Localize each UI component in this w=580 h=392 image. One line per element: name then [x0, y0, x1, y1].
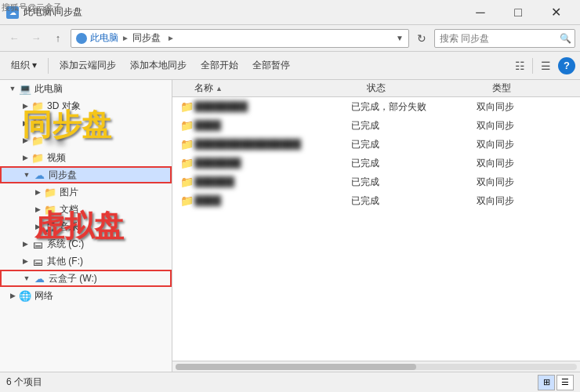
start-all-button[interactable]: 全部开始 [194, 56, 245, 76]
tree-icon-sync-drive: ☁ [33, 169, 45, 181]
status-text: 6 个项目 [6, 376, 531, 389]
add-cloud-sync-button[interactable]: 添加云端同步 [53, 56, 122, 76]
file-icon: 📁 [179, 138, 194, 151]
tree-label-documents: 文档 [60, 203, 78, 216]
tree-toggle-videos[interactable]: ▶ [19, 151, 31, 164]
tree-toggle-system-c[interactable]: ▶ [19, 238, 31, 250]
toolbar-group-organize: 组织 ▾ [5, 56, 43, 76]
tree-label-drive-d-blurred2: D 盘 [47, 134, 66, 147]
sidebar-item-drive-d-blurred2[interactable]: ▶📁D 盘 [0, 132, 172, 149]
sidebar-item-music[interactable]: ▶🎵音乐 [0, 218, 172, 235]
tree-toggle-3d-objects[interactable]: ▶ [19, 100, 31, 112]
file-status: 已完成 [351, 176, 477, 189]
file-name: ████████████████ [194, 139, 351, 150]
breadcrumb-syncdir[interactable]: 同步盘 [132, 31, 161, 45]
help-button[interactable]: ? [558, 57, 575, 74]
tree-toggle-network[interactable]: ▶ [6, 289, 19, 302]
tree-toggle-other-f[interactable]: ▶ [19, 255, 31, 267]
back-button[interactable]: ← [5, 29, 24, 48]
table-row[interactable]: 📁███████已完成双向同步 [172, 154, 580, 172]
pause-all-button[interactable]: 全部暂停 [246, 56, 296, 76]
tree-icon-drive-d-blurred2: 📁 [31, 134, 44, 147]
up-button[interactable]: ↑ [49, 29, 67, 48]
table-row[interactable]: 📁████已完成双向同步 [172, 191, 580, 210]
column-header-status[interactable]: 状态 [367, 82, 492, 95]
refresh-button[interactable]: ↻ [412, 29, 431, 48]
organize-button[interactable]: 组织 ▾ [5, 56, 43, 76]
file-type: 双向同步 [477, 138, 574, 151]
view-toggle-button[interactable]: ☷ [510, 56, 529, 75]
tree-label-cloud-box-w: 云盒子 (W:) [49, 272, 97, 285]
breadcrumb-thispc[interactable]: 此电脑 [90, 31, 118, 45]
minimize-button[interactable]: ─ [462, 0, 498, 25]
main-area: ▼💻此电脑▶📁3D 对象▶📁C 盘▶📁D 盘▶📁视频▼☁同步盘▶📁图片▶📁文档▶… [0, 80, 580, 372]
tree-icon-network: 🌐 [19, 289, 31, 302]
tree-label-system-c: 系统 (C:) [47, 238, 84, 251]
breadcrumb-bar[interactable]: 此电脑 ► 同步盘 ► ▼ [71, 29, 409, 48]
tree-toggle-cloud-box-w[interactable]: ▼ [20, 272, 33, 285]
tree-toggle-documents[interactable]: ▶ [31, 203, 44, 216]
tree-icon-3d-objects: 📁 [31, 100, 44, 112]
list-view-button[interactable]: ☰ [556, 375, 574, 390]
table-row[interactable]: 📁██████已完成双向同步 [172, 172, 580, 191]
scrollbar-track [176, 364, 577, 370]
breadcrumb-dropdown[interactable]: ▼ [396, 34, 404, 42]
table-row[interactable]: 📁████已完成双向同步 [172, 116, 580, 135]
sidebar-item-this-pc[interactable]: ▼💻此电脑 [0, 80, 172, 97]
file-status: 已完成 [351, 157, 477, 170]
app-icon: ☁ [6, 6, 19, 19]
breadcrumb-chevron1: ► [121, 34, 129, 42]
sidebar-item-pictures[interactable]: ▶📁图片 [0, 183, 172, 201]
column-header-name[interactable]: 名称 ▲ [194, 82, 367, 95]
sidebar-item-cloud-box-w[interactable]: ▼☁云盒子 (W:) [0, 270, 172, 287]
tree-icon-pictures: 📁 [44, 186, 56, 198]
file-type: 双向同步 [477, 100, 574, 114]
maximize-button[interactable]: □ [500, 0, 536, 25]
table-row[interactable]: 📁████████████████已完成双向同步 [172, 135, 580, 154]
tree-toggle-sync-drive[interactable]: ▼ [20, 169, 33, 181]
tree-icon-videos: 📁 [31, 151, 44, 164]
tree-toggle-music[interactable]: ▶ [31, 220, 44, 233]
title-bar: ☁ 此电脑\同步盘 ─ □ ✕ [0, 0, 580, 25]
tree-toggle-pictures[interactable]: ▶ [31, 186, 44, 198]
toolbar-separator-1 [48, 58, 49, 74]
status-bar: 6 个项目 ⊞ ☰ [0, 372, 580, 392]
forward-button[interactable]: → [27, 29, 45, 48]
breadcrumb-chevron2: ► [167, 34, 175, 42]
file-name: ████████ [194, 101, 351, 112]
file-status: 已完成 [351, 194, 477, 208]
window-controls: ─ □ ✕ [462, 0, 574, 25]
sidebar-item-videos[interactable]: ▶📁视频 [0, 149, 172, 166]
sidebar-item-system-c[interactable]: ▶🖴系统 (C:) [0, 235, 172, 252]
tree-label-pictures: 图片 [60, 186, 78, 199]
sidebar-item-drive-c-blurred1[interactable]: ▶📁C 盘 [0, 114, 172, 132]
add-local-sync-button[interactable]: 添加本地同步 [124, 56, 193, 76]
tree-icon-documents: 📁 [44, 203, 56, 216]
sidebar-item-other-f[interactable]: ▶🖴其他 (F:) [0, 252, 172, 270]
sidebar-item-network[interactable]: ▶🌐网络 [0, 287, 172, 304]
table-row[interactable]: 📁████████已完成，部分失败双向同步 [172, 97, 580, 116]
grid-view-button[interactable]: ⊞ [538, 375, 555, 390]
toolbar: 组织 ▾ 添加云端同步 添加本地同步 全部开始 全部暂停 ☷ ☰ ? [0, 52, 580, 80]
file-status: 已完成 [351, 119, 477, 132]
tree-toggle-drive-c-blurred1[interactable]: ▶ [19, 117, 31, 129]
tree-icon-cloud-box-w: ☁ [33, 272, 45, 285]
column-header-type[interactable]: 类型 [492, 82, 574, 95]
sidebar-item-3d-objects[interactable]: ▶📁3D 对象 [0, 97, 172, 114]
sidebar-item-documents[interactable]: ▶📁文档 [0, 201, 172, 218]
horizontal-scrollbar[interactable] [172, 361, 580, 372]
tree-label-videos: 视频 [47, 151, 66, 165]
file-list-header: 名称 ▲ 状态 类型 [172, 80, 580, 97]
sidebar-item-sync-drive[interactable]: ▼☁同步盘 [0, 166, 172, 183]
scrollbar-thumb[interactable] [176, 364, 416, 370]
details-pane-button[interactable]: ☰ [536, 56, 555, 75]
tree-toggle-drive-d-blurred2[interactable]: ▶ [19, 134, 31, 147]
search-input[interactable] [434, 29, 575, 48]
tree-toggle-this-pc[interactable]: ▼ [6, 82, 19, 95]
file-icon: 📁 [179, 157, 194, 169]
tree-label-other-f: 其他 (F:) [47, 255, 83, 268]
close-button[interactable]: ✕ [538, 0, 574, 25]
tree-icon-drive-c-blurred1: 📁 [31, 117, 44, 129]
sort-icon: ▲ [216, 85, 223, 93]
file-type: 双向同步 [477, 157, 574, 170]
